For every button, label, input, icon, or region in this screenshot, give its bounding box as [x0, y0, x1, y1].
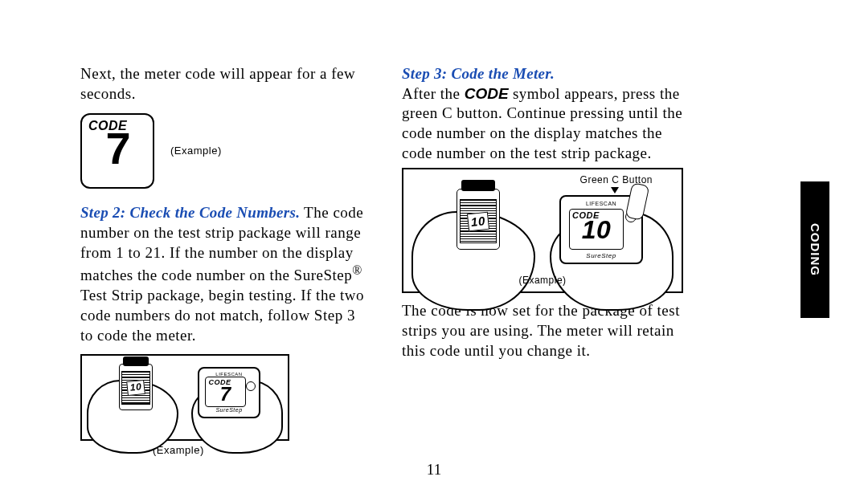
step-2-heading: Step 2: Check the Code Numbers.: [80, 204, 300, 221]
figure-3-code-the-meter: Green C Button 10 LIFESCAN: [402, 168, 683, 293]
closing-paragraph: The code is now set for the package of t…: [402, 301, 691, 361]
step-2-paragraph: Step 2: Check the Code Numbers. The code…: [80, 203, 370, 345]
hands-scene-large: 10 LIFESCAN CODE 10 SureStep: [403, 169, 682, 291]
left-column: Next, the meter code will appear for a f…: [80, 64, 370, 457]
step-3-body-pre: After the: [402, 85, 465, 102]
bottle-cap-icon: [123, 357, 149, 366]
code-display-illustration: CODE 7: [80, 113, 154, 189]
step-3-heading: Step 3: Code the Meter.: [402, 65, 555, 82]
meter-screen-icon: CODE 7: [205, 377, 245, 406]
code-symbol-word: CODE: [465, 85, 509, 102]
intro-paragraph: Next, the meter code will appear for a f…: [80, 64, 370, 104]
bottle-code-number: 10: [467, 212, 489, 231]
meter-screen-icon: CODE 10: [569, 209, 624, 250]
bottle-label-icon: 10: [460, 199, 497, 243]
hands-scene-small: 10 LIFESCAN CODE 7 SureStep: [82, 356, 288, 439]
manual-page: Next, the meter code will appear for a f…: [0, 0, 868, 493]
meter-screen-code-value: 10: [572, 220, 620, 241]
step-3-paragraph: Step 3: Code the Meter. After the CODE s…: [402, 64, 691, 163]
registered-mark: ®: [352, 263, 362, 277]
figure-1-wrap: CODE 7 (Example): [80, 113, 370, 189]
code-value: 7: [88, 131, 146, 167]
section-tab-coding: CODING: [800, 181, 829, 318]
bottle-cap-icon: [461, 180, 495, 191]
meter-footer-label: SureStep: [199, 406, 259, 414]
test-strip-bottle-icon: 10: [119, 364, 153, 410]
meter-device-icon: LIFESCAN CODE 7 SureStep: [198, 367, 260, 418]
figure-2-compare-codes: 10 LIFESCAN CODE 7 SureStep: [80, 354, 289, 441]
figure-3-caption: (Example): [403, 275, 682, 287]
test-strip-bottle-icon: 10: [457, 189, 500, 250]
bottle-label-icon: 10: [121, 371, 149, 404]
meter-c-button-icon: [246, 381, 256, 391]
step-2-body-b: Test Strip package, begin testing. If th…: [80, 287, 364, 343]
meter-screen-code-value: 7: [208, 386, 242, 401]
right-column: Step 3: Code the Meter. After the CODE s…: [402, 64, 691, 457]
meter-footer-label: SureStep: [561, 252, 641, 260]
page-number: 11: [0, 461, 868, 479]
bottle-code-number: 10: [126, 380, 145, 396]
two-column-layout: Next, the meter code will appear for a f…: [80, 64, 820, 457]
figure-1-caption: (Example): [170, 145, 222, 158]
